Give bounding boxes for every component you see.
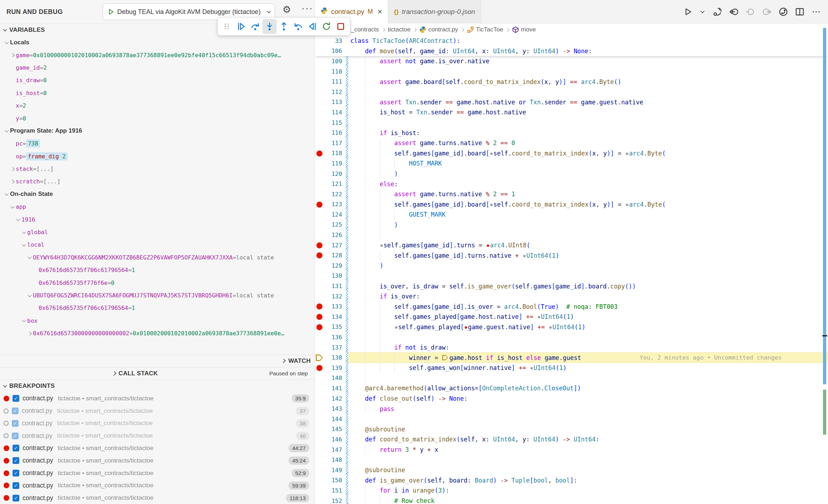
chevron-down-icon[interactable] [21,243,27,246]
code-line[interactable]: 140 [315,373,828,384]
code-line[interactable]: 128 self.games[game_id].turns.native + ●… [315,250,828,261]
line-content[interactable] [348,455,828,465]
code-line[interactable]: 152 # Row check [315,496,828,504]
gutter[interactable]: 118 [315,148,346,159]
variable-row[interactable]: game_id = 2 [0,61,314,74]
run-python-file-icon[interactable] [684,7,692,16]
sticky-line[interactable]: 106 def move(self, game_id: UInt64, x: U… [315,46,828,56]
code-line[interactable]: 147 return 3 * y + x [315,445,828,455]
compare-changes-icon[interactable] [713,7,722,16]
gutter[interactable]: 131 [315,281,346,291]
line-content[interactable] [348,271,828,281]
line-content[interactable]: @arc4.baremethod(allow_actions=[OnComple… [348,383,828,394]
breakpoint-row[interactable]: ✓contract.pytictactoe • smart_contracts/… [0,430,314,442]
gutter[interactable]: 142 [315,394,346,404]
gutter[interactable]: 143 [315,404,346,414]
line-content[interactable]: class TicTacToe(ARC4Contract): [348,36,828,46]
chevron-down-icon[interactable] [26,256,33,259]
step-out-button[interactable] [277,19,291,34]
line-content[interactable]: ) [348,261,828,271]
code-line[interactable]: 145 @subroutine [315,424,828,435]
code-line[interactable]: 125 ) [315,220,828,230]
breakpoint-row[interactable]: ✓contract.pytictactoe • smart_contracts/… [0,467,314,479]
line-content[interactable]: def move(self, game_id: UInt64, x: UInt6… [348,46,828,56]
breakpoint-row[interactable]: ✓contract.pytictactoe • smart_contracts/… [0,442,314,455]
gutter[interactable]: 152 [315,496,346,504]
chevron-down-icon[interactable] [26,294,33,297]
line-content[interactable]: def close_out(self) -> None: [348,394,828,404]
variable-row[interactable]: scratch = [...] [0,175,314,188]
gutter[interactable]: 119 [315,158,346,169]
breakpoint-checkbox[interactable]: ✓ [13,445,19,451]
code-line[interactable]: 132 if is_over: [315,291,828,302]
gutter[interactable]: 134 [315,312,346,322]
breakpoint-row[interactable]: ✓contract.pytictactoe • smart_contracts/… [0,417,314,430]
variable-row[interactable]: 1916 [0,213,314,226]
breakpoint-dot-icon[interactable] [316,324,322,330]
line-content[interactable]: HOST_MARK [348,158,828,169]
line-content[interactable]: is_host = Txn.sender == game.host.native [348,107,828,118]
variable-row[interactable]: pc = 738 [0,137,314,150]
line-content[interactable]: assert not game.is_over.native [348,56,828,66]
breakpoint-checkbox[interactable]: ✓ [13,470,19,476]
breakpoint-checkbox[interactable]: ✓ [13,495,19,501]
code-line[interactable]: 122 assert game.turns.native % 2 == 1 [315,189,828,199]
code-line[interactable]: 127 ●self.games[game_id].turns = ●arc4.U… [315,240,828,251]
overview-ruler[interactable] [822,24,828,504]
breadcrumb-item[interactable]: tictactoe [388,26,410,33]
gutter[interactable]: 112 [315,87,346,97]
code-line[interactable]: 118 self.games[game_id].board[●self.coor… [315,148,828,159]
stop-button[interactable] [334,19,348,34]
code-line[interactable]: 112 [315,87,828,97]
code-line[interactable]: 136 [315,332,828,342]
variable-row[interactable]: 0x67616d65735f776f6e = 0 [0,276,314,289]
gutter[interactable]: 121 [315,179,346,189]
variable-row[interactable]: global [0,226,314,238]
breakpoint-checkbox[interactable]: ✓ [13,482,19,489]
variable-row[interactable]: app [0,201,314,213]
gutter[interactable]: 151 [315,485,346,496]
code-line[interactable]: 139 self.games_won[winner.native] += ●UI… [315,363,828,373]
line-content[interactable]: return 3 * y + x [348,445,828,455]
line-content[interactable]: assert game.turns.native % 2 == 0 [348,138,828,148]
code-line[interactable]: 120 ) [315,169,828,179]
code-line[interactable]: 129 ) [315,261,828,271]
gutter[interactable]: 135 [315,322,346,332]
restart-button[interactable] [319,19,334,34]
line-content[interactable] [348,87,828,97]
line-content[interactable]: if is_host: [348,128,828,138]
gutter[interactable]: 111 [315,76,346,87]
line-content[interactable]: @subroutine [348,424,828,435]
line-content[interactable]: self.games[game_id].is_over = arc4.Bool(… [348,301,828,312]
gutter[interactable]: 144 [315,414,346,424]
variable-row[interactable]: 0x67616d65730000000000000002 = 0x0100020… [0,327,314,340]
variable-row[interactable]: box [0,315,314,327]
variable-row[interactable]: game = 0x010000000102010002a0693878ae377… [0,49,314,61]
chevron-down-icon[interactable] [15,218,21,221]
variable-row[interactable]: Locals [0,36,314,49]
gutter[interactable]: 123 [315,199,346,210]
gutter[interactable]: 148 [315,455,346,465]
variable-row[interactable]: is_draw = 0 [0,74,314,87]
line-content[interactable] [348,66,828,77]
code-line[interactable]: 151 for i in urange(3): [315,485,828,496]
gutter[interactable]: 145 [315,424,346,435]
step-over-button[interactable] [248,19,263,34]
code-line[interactable]: 141 @arc4.baremethod(allow_actions=[OnCo… [315,383,828,394]
gutter[interactable]: 149 [315,465,346,475]
variable-row[interactable]: stack = [...] [0,163,314,175]
variable-row[interactable]: local [0,238,314,251]
gutter[interactable]: 139 [315,363,346,373]
breakpoint-row[interactable]: ✓contract.pytictactoe • smart_contracts/… [0,392,314,405]
gutter[interactable]: 147 [315,445,346,455]
gutter[interactable]: 33 [315,36,346,46]
gutter[interactable]: 106 [315,46,346,56]
gutter[interactable]: 132 [315,291,346,302]
gutter[interactable]: 120 [315,169,346,179]
breakpoint-dot-icon[interactable] [316,202,322,208]
line-content[interactable]: ) [348,220,828,230]
gutter[interactable]: 113 [315,97,346,108]
code-line[interactable]: 135 ●self.games_played[●game.guest.nativ… [315,322,828,332]
code-line[interactable]: 113 assert Txn.sender == game.host.nativ… [315,97,828,108]
line-content[interactable]: self.games_won[winner.native] += ●UInt64… [348,363,828,373]
